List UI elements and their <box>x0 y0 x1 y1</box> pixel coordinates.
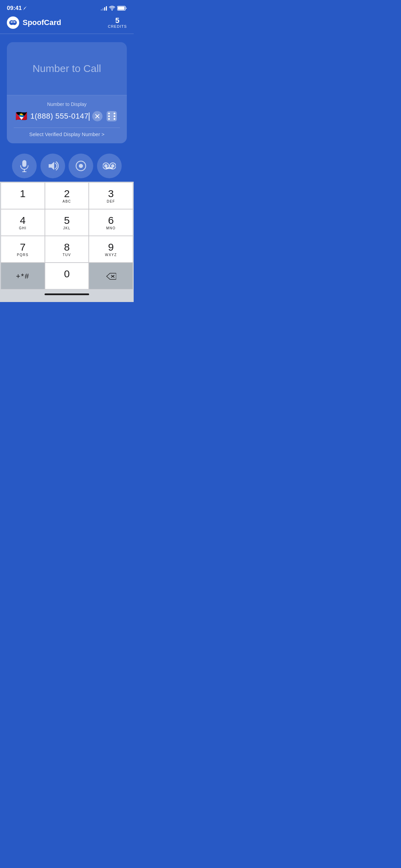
voicemail-button[interactable] <box>97 154 122 178</box>
main-area: Number to Call Number to Display 🇦🇬 1(88… <box>0 34 134 182</box>
microphone-icon <box>19 160 29 172</box>
key-special[interactable]: +*# <box>1 263 45 289</box>
key-3[interactable]: 3 DEF <box>89 182 133 209</box>
time-display: 09:41 <box>7 5 22 12</box>
action-buttons-row <box>7 143 127 182</box>
svg-rect-1 <box>118 7 125 10</box>
keypad-row-3: 7 PQRS 8 TUV 9 WXYZ <box>1 236 133 263</box>
credits-label: CREDITS <box>108 24 127 28</box>
svg-point-12 <box>113 113 115 114</box>
svg-rect-17 <box>22 160 26 167</box>
keypad: 1 2 ABC 3 DEF 4 GHI 5 JKL 6 MNO 7 PQRS <box>0 182 134 290</box>
app-header: SpoofCard 5 CREDITS <box>0 13 134 34</box>
select-verified-link[interactable]: Select Verified Display Number > <box>14 128 120 137</box>
status-time: 09:41 <box>7 5 27 12</box>
display-number-value: 1(888) 555-0147 <box>30 112 89 121</box>
backspace-icon <box>106 273 116 280</box>
country-flag: 🇦🇬 <box>15 111 27 121</box>
number-to-call-section[interactable]: Number to Call <box>7 42 127 95</box>
svg-point-27 <box>111 164 114 168</box>
logo-area: SpoofCard <box>7 16 61 29</box>
key-backspace[interactable] <box>89 263 133 289</box>
x-icon <box>95 114 100 119</box>
home-bar <box>45 293 89 295</box>
speaker-button[interactable] <box>40 154 65 178</box>
keypad-row-2: 4 GHI 5 JKL 6 MNO <box>1 209 133 236</box>
number-to-display-section: Number to Display 🇦🇬 1(888) 555-0147 <box>7 95 127 143</box>
svg-point-7 <box>14 22 15 22</box>
key-4[interactable]: 4 GHI <box>1 209 45 236</box>
wifi-icon <box>109 6 115 11</box>
svg-point-15 <box>108 116 110 117</box>
home-indicator <box>0 290 134 302</box>
status-icons <box>101 6 127 11</box>
signal-icon <box>101 6 107 11</box>
svg-point-14 <box>113 118 115 120</box>
clear-number-button[interactable] <box>92 111 102 121</box>
svg-rect-25 <box>106 167 113 169</box>
key-0[interactable]: 0 <box>45 263 89 289</box>
voicemail-icon <box>103 162 116 170</box>
credits-badge[interactable]: 5 CREDITS <box>108 17 127 28</box>
svg-point-16 <box>113 116 115 117</box>
voice-changer-button[interactable] <box>69 154 93 178</box>
status-bar: 09:41 <box>0 0 134 13</box>
dice-icon <box>106 110 118 122</box>
random-number-button[interactable] <box>105 110 118 123</box>
logo-icon <box>7 16 19 29</box>
speaker-icon <box>47 160 59 171</box>
svg-marker-20 <box>49 162 54 170</box>
key-9[interactable]: 9 WXYZ <box>89 236 133 263</box>
svg-point-11 <box>108 113 110 114</box>
app-title: SpoofCard <box>23 18 61 27</box>
key-1[interactable]: 1 <box>1 182 45 209</box>
svg-point-26 <box>104 164 108 168</box>
battery-icon <box>117 6 127 11</box>
svg-point-6 <box>11 22 12 22</box>
keypad-row-1: 1 2 ABC 3 DEF <box>1 182 133 209</box>
svg-point-22 <box>79 164 83 168</box>
spoof-logo-svg <box>9 20 17 25</box>
display-number-label: Number to Display <box>14 101 120 107</box>
svg-point-13 <box>108 118 110 120</box>
credits-number: 5 <box>108 17 127 24</box>
text-cursor <box>89 112 89 121</box>
key-5[interactable]: 5 JKL <box>45 209 89 236</box>
location-arrow-icon <box>23 6 27 10</box>
key-6[interactable]: 6 MNO <box>89 209 133 236</box>
number-to-call-placeholder: Number to Call <box>33 63 101 74</box>
call-card: Number to Call Number to Display 🇦🇬 1(88… <box>7 42 127 143</box>
voice-changer-icon <box>75 160 86 171</box>
display-number-row: 🇦🇬 1(888) 555-0147 <box>14 110 120 123</box>
key-2[interactable]: 2 ABC <box>45 182 89 209</box>
key-7[interactable]: 7 PQRS <box>1 236 45 263</box>
microphone-button[interactable] <box>12 154 37 178</box>
key-8[interactable]: 8 TUV <box>45 236 89 263</box>
keypad-row-bottom: +*# 0 <box>1 263 133 289</box>
